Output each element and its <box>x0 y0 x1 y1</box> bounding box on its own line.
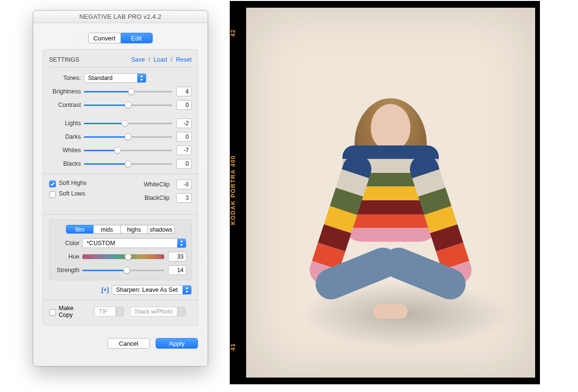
sep: / <box>171 56 172 63</box>
photo-area <box>246 8 535 378</box>
whites-slider[interactable] <box>84 146 172 155</box>
mode-segmented: Convert Edit <box>88 33 153 43</box>
settings-panel: SETTINGS Save / Load / Reset Tones: Stan… <box>43 49 198 326</box>
sharpen-expand[interactable]: [+] <box>101 287 109 293</box>
film-frame-top: 42 <box>230 29 246 37</box>
settings-links: Save / Load / Reset <box>131 56 192 63</box>
nlp-dialog: NEGATIVE LAB PRO v2.4.2 Convert Edit SET… <box>33 10 208 366</box>
strength-slider[interactable] <box>82 266 164 274</box>
color-subpanel: film mids highs shadows Color *CUSTOM Hu… <box>49 220 192 280</box>
soft-highs-label: Soft Highs <box>59 180 87 186</box>
film-frame-bottom: 41 <box>230 343 246 351</box>
brightness-slider[interactable] <box>84 87 172 96</box>
blackclip-value[interactable]: 3 <box>176 193 192 203</box>
copy-stack-value: Stack w/Photo <box>134 308 173 315</box>
film-preview: 42 KODAK PORTRA 400 41 <box>230 1 540 384</box>
make-copy-checkbox[interactable] <box>49 309 56 316</box>
lights-label: Lights <box>49 120 81 127</box>
divider <box>43 300 197 300</box>
darks-label: Darks <box>49 133 81 140</box>
hue-value[interactable]: 33 <box>168 252 186 261</box>
cancel-button[interactable]: Cancel <box>107 338 150 349</box>
copy-format-value: TIF <box>99 308 108 315</box>
link-save[interactable]: Save <box>131 56 145 63</box>
tab-edit[interactable]: Edit <box>121 33 153 43</box>
make-copy-label: Make Copy <box>59 305 89 318</box>
window-title: NEGATIVE LAB PRO v2.4.2 <box>33 11 208 23</box>
darks-value[interactable]: 0 <box>176 132 192 142</box>
strength-label: Strength <box>54 267 79 274</box>
settings-heading: SETTINGS <box>49 56 79 63</box>
lights-slider[interactable] <box>84 119 172 128</box>
strength-value[interactable]: 14 <box>168 265 186 275</box>
color-label: Color <box>54 240 79 247</box>
divider <box>43 173 197 174</box>
apply-button[interactable]: Apply <box>156 338 198 349</box>
link-load[interactable]: Load <box>154 56 167 63</box>
tab-convert[interactable]: Convert <box>88 33 121 43</box>
tab-film[interactable]: film <box>66 225 93 234</box>
lights-value[interactable]: -2 <box>176 118 192 128</box>
sharpen-select[interactable]: Sharpen: Leave As Set <box>112 285 192 295</box>
blacks-slider[interactable] <box>84 159 172 168</box>
tab-mids[interactable]: mids <box>93 225 120 234</box>
contrast-slider[interactable] <box>84 101 172 109</box>
blacks-label: Blacks <box>49 160 81 167</box>
soft-lows-checkbox[interactable] <box>49 191 56 198</box>
whites-value[interactable]: -7 <box>176 145 192 155</box>
brightness-label: Brightness <box>49 88 81 95</box>
copy-format-select[interactable]: TIF <box>94 307 124 316</box>
hue-slider[interactable] <box>82 252 164 261</box>
contrast-value[interactable]: 0 <box>176 100 192 110</box>
hue-label: Hue <box>54 253 79 260</box>
film-brand: KODAK PORTRA 400 <box>230 155 246 225</box>
brightness-value[interactable]: 4 <box>176 87 192 96</box>
whites-label: Whites <box>49 147 81 154</box>
soft-highs-checkbox[interactable] <box>49 181 56 187</box>
whiteclip-value[interactable]: -8 <box>176 180 192 189</box>
sep: / <box>148 56 150 63</box>
whiteclip-label: WhiteClip <box>139 181 170 188</box>
tones-select[interactable]: Standard <box>84 73 146 83</box>
tones-label: Tones: <box>49 75 81 81</box>
tab-shadows[interactable]: shadows <box>148 225 175 234</box>
darks-slider[interactable] <box>84 132 172 141</box>
divider <box>43 214 197 215</box>
tab-highs[interactable]: highs <box>121 225 148 234</box>
color-target-segmented: film mids highs shadows <box>66 225 175 234</box>
blacks-value[interactable]: 0 <box>176 159 192 169</box>
blackclip-label: BlackClip <box>139 195 170 201</box>
color-value: *CUSTOM <box>87 240 115 247</box>
link-reset[interactable]: Reset <box>176 56 192 63</box>
tones-value: Standard <box>88 75 113 81</box>
sharpen-value: Sharpen: Leave As Set <box>116 287 178 293</box>
contrast-label: Contrast <box>49 102 81 108</box>
soft-lows-label: Soft Lows <box>59 190 85 197</box>
color-select[interactable]: *CUSTOM <box>82 238 186 248</box>
copy-stack-select[interactable]: Stack w/Photo <box>130 307 186 316</box>
